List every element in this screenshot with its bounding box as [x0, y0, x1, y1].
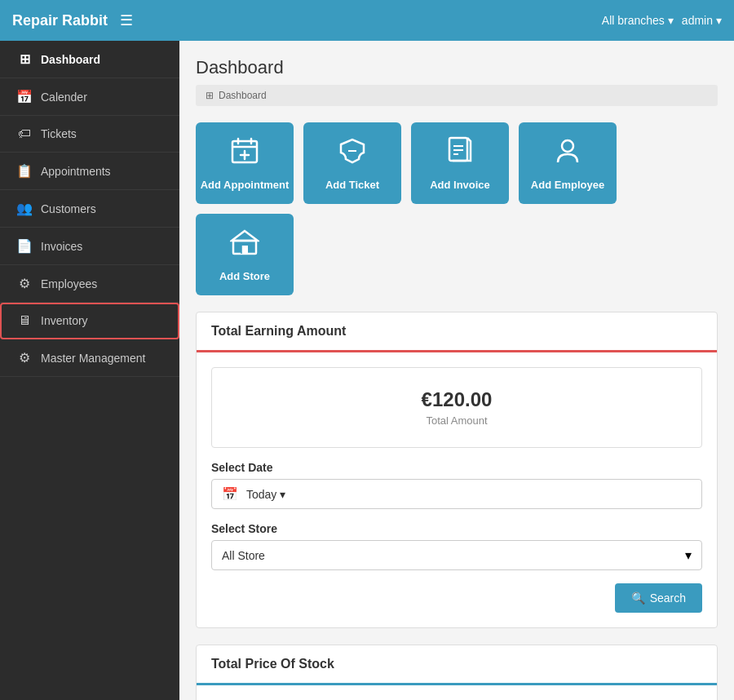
select-date-label: Select Date — [211, 461, 702, 474]
add-employee-icon — [553, 136, 582, 172]
svg-point-11 — [562, 140, 573, 152]
stock-partial-amount: 1044 — [197, 685, 717, 700]
add-invoice-icon — [445, 136, 475, 172]
sidebar-item-label: Employees — [41, 277, 97, 290]
stock-section: Total Price Of Stock 1044 — [196, 645, 718, 700]
add-employee-card[interactable]: Add Employee — [519, 122, 617, 204]
earning-section-title: Total Earning Amount — [197, 312, 717, 352]
stock-section-title: Total Price Of Stock — [197, 645, 717, 685]
sidebar: ⊞ Dashboard 📅 Calender 🏷 Tickets 📋 Appoi… — [0, 41, 179, 700]
select-store-label: Select Store — [211, 522, 702, 535]
add-employee-label: Add Employee — [531, 179, 604, 191]
user-dropdown[interactable]: admin ▾ — [682, 14, 722, 27]
sidebar-item-appointments[interactable]: 📋 Appointments — [0, 153, 179, 190]
search-button-label: Search — [650, 591, 686, 605]
earning-section-body: €120.00 Total Amount Select Date 📅 Today… — [197, 352, 717, 627]
appointments-icon: 📋 — [16, 163, 33, 179]
sidebar-item-label: Tickets — [41, 127, 77, 140]
sidebar-item-label: Appointments — [41, 165, 111, 178]
main-content: Dashboard ⊞ Dashboard Add Appointm — [179, 41, 734, 700]
invoices-icon: 📄 — [16, 238, 33, 254]
date-calendar-icon: 📅 — [222, 486, 238, 502]
employees-icon: ⚙ — [16, 276, 33, 291]
svg-marker-13 — [232, 231, 258, 241]
add-appointment-icon — [230, 136, 259, 172]
search-row: 🔍 Search — [211, 583, 702, 613]
sidebar-item-label: Invoices — [41, 240, 82, 253]
layout: ⊞ Dashboard 📅 Calender 🏷 Tickets 📋 Appoi… — [0, 41, 734, 700]
branch-chevron-icon: ▾ — [668, 14, 674, 27]
svg-rect-14 — [241, 246, 248, 254]
select-date-group: Select Date 📅 Today ▾ — [211, 461, 702, 509]
amount-value: €120.00 — [232, 388, 681, 411]
store-chevron-icon: ▾ — [685, 547, 692, 563]
sidebar-item-label: Calender — [41, 91, 87, 104]
sidebar-item-tickets[interactable]: 🏷 Tickets — [0, 116, 179, 153]
customers-icon: 👥 — [16, 201, 33, 216]
sidebar-item-customers[interactable]: 👥 Customers — [0, 190, 179, 228]
breadcrumb-icon: ⊞ — [206, 90, 214, 101]
master-management-icon: ⚙ — [16, 350, 33, 366]
user-chevron-icon: ▾ — [716, 14, 722, 27]
add-appointment-card[interactable]: Add Appointment — [196, 122, 294, 204]
search-icon: 🔍 — [631, 591, 645, 605]
date-chevron-icon: ▾ — [280, 488, 285, 501]
breadcrumb-label: Dashboard — [219, 90, 267, 101]
inventory-icon: 🖥 — [16, 313, 33, 328]
amount-label: Total Amount — [232, 414, 681, 427]
sidebar-item-label: Customers — [41, 202, 96, 215]
search-button[interactable]: 🔍 Search — [615, 583, 702, 613]
add-appointment-label: Add Appointment — [201, 179, 290, 191]
add-invoice-label: Add Invoice — [430, 179, 490, 191]
add-invoice-card[interactable]: Add Invoice — [411, 122, 509, 204]
add-store-card[interactable]: Add Store — [196, 214, 294, 295]
sidebar-item-label: Inventory — [41, 314, 88, 327]
sidebar-item-label: Master Management — [41, 352, 145, 365]
store-select[interactable]: All Store ▾ — [211, 540, 702, 570]
calender-icon: 📅 — [16, 89, 33, 104]
dashboard-icon: ⊞ — [16, 51, 33, 67]
tickets-icon: 🏷 — [16, 126, 33, 141]
earning-section: Total Earning Amount €120.00 Total Amoun… — [196, 312, 718, 628]
page-title: Dashboard — [196, 57, 718, 78]
sidebar-item-master-management[interactable]: ⚙ Master Management — [0, 339, 179, 377]
action-cards-grid: Add Appointment Add Ticket — [196, 122, 718, 295]
breadcrumb: ⊞ Dashboard — [196, 85, 718, 106]
add-ticket-card[interactable]: Add Ticket — [303, 122, 401, 204]
sidebar-item-calender[interactable]: 📅 Calender — [0, 78, 179, 116]
user-label: admin — [682, 14, 713, 27]
sidebar-item-label: Dashboard — [41, 53, 100, 66]
add-store-icon — [230, 228, 259, 264]
date-value: Today ▾ — [246, 488, 285, 501]
sidebar-item-dashboard[interactable]: ⊞ Dashboard — [0, 41, 179, 78]
navbar-left: Repair Rabbit ☰ — [12, 11, 133, 29]
navbar-right: All branches ▾ admin ▾ — [602, 14, 722, 27]
add-ticket-label: Add Ticket — [325, 179, 379, 191]
sidebar-item-employees[interactable]: ⚙ Employees — [0, 265, 179, 303]
add-ticket-icon — [338, 136, 367, 172]
store-value: All Store — [222, 549, 265, 562]
menu-toggle-icon[interactable]: ☰ — [120, 11, 133, 29]
add-store-label: Add Store — [219, 270, 270, 282]
navbar: Repair Rabbit ☰ All branches ▾ admin ▾ — [0, 0, 734, 41]
app-brand: Repair Rabbit — [12, 12, 108, 29]
select-store-group: Select Store All Store ▾ — [211, 522, 702, 570]
branch-dropdown[interactable]: All branches ▾ — [602, 14, 674, 27]
amount-box: €120.00 Total Amount — [211, 367, 702, 448]
date-input[interactable]: 📅 Today ▾ — [211, 479, 702, 509]
sidebar-item-inventory[interactable]: 🖥 Inventory — [0, 303, 179, 339]
branch-label: All branches — [602, 14, 665, 27]
sidebar-item-invoices[interactable]: 📄 Invoices — [0, 228, 179, 265]
